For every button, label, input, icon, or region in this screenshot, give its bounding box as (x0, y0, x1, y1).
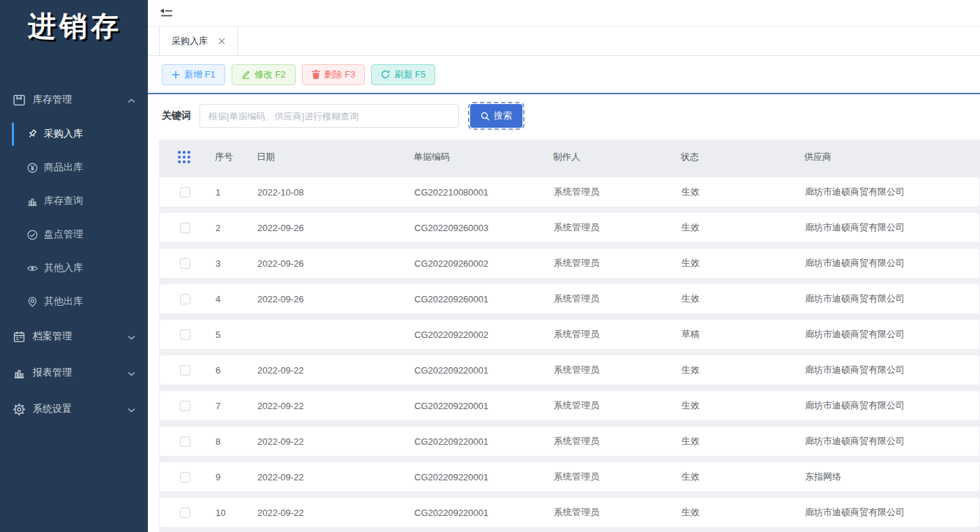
table-row[interactable]: 1 2022-10-08 CG202210080001 系统管理员 生效 廊坊市… (159, 177, 980, 207)
chevron-down-icon (128, 331, 135, 342)
sidebar-group-inventory[interactable]: 库存管理 (0, 82, 148, 117)
table-row[interactable]: 8 2022-09-22 CG202209220001 系统管理员 生效 廊坊市… (159, 426, 980, 457)
sidebar-group-settings[interactable]: 系统设置 (0, 391, 148, 427)
sidebar-group-label: 档案管理 (33, 330, 72, 343)
cell-supplier: 廊坊市迪硕商贸有限公司 (799, 257, 979, 269)
cell-code: CG202209220001 (409, 436, 548, 447)
cell-date: 2022-09-22 (252, 401, 409, 411)
report-chart-icon (13, 367, 26, 380)
column-header-seq: 序号 (209, 151, 251, 163)
search-button[interactable]: 搜索 (470, 104, 522, 128)
cell-code: CG202210080001 (409, 187, 548, 198)
sidebar-fold-icon[interactable] (156, 5, 176, 21)
column-settings-button[interactable] (159, 150, 209, 164)
column-header-supplier: 供应商 (799, 151, 980, 163)
delete-button[interactable]: 删除 F3 (302, 64, 365, 85)
cell-creator: 系统管理员 (548, 186, 676, 198)
row-checkbox[interactable] (180, 436, 190, 447)
cell-code: CG202209260003 (409, 223, 548, 233)
table-row[interactable]: 6 2022-09-22 CG202209220001 系统管理员 生效 廊坊市… (159, 355, 980, 385)
row-checkbox[interactable] (180, 508, 190, 518)
cell-supplier: 廊坊市迪硕商贸有限公司 (799, 221, 979, 234)
gear-icon (13, 403, 26, 416)
row-checkbox[interactable] (180, 294, 190, 304)
column-header-status: 状态 (675, 151, 799, 163)
cell-code: CG202209220001 (409, 508, 548, 518)
cell-supplier: 廊坊市迪硕商贸有限公司 (799, 186, 979, 198)
row-checkbox[interactable] (180, 330, 190, 340)
row-checkbox[interactable] (180, 401, 190, 411)
cell-date: 2022-09-22 (252, 436, 409, 447)
table-header: 序号 日期 单据编码 制作人 状态 供应商 (159, 140, 980, 175)
edit-button[interactable]: 修改 F2 (232, 64, 296, 85)
refresh-icon (381, 70, 390, 79)
sidebar-item-stocktake[interactable]: 盘点管理 (0, 218, 148, 251)
table-row[interactable]: 4 2022-09-26 CG202209260001 系统管理员 生效 廊坊市… (159, 283, 980, 314)
cell-supplier: 廊坊市迪硕商贸有限公司 (799, 328, 979, 341)
keyword-input[interactable] (199, 104, 459, 128)
top-bar (148, 0, 980, 27)
cell-date: 2022-09-22 (252, 472, 409, 482)
close-icon[interactable] (218, 36, 225, 46)
sidebar-item-goods-outbound[interactable]: 商品出库 (0, 151, 148, 184)
sidebar: 进销存 库存管理 采购入库 (0, 0, 148, 532)
sidebar-group-archives[interactable]: 档案管理 (0, 318, 148, 355)
sidebar-sublist-inventory: 采购入库 商品出库 库存查询 盘点管理 (0, 117, 148, 318)
cell-seq: 3 (210, 258, 252, 269)
column-grid-icon (177, 150, 191, 164)
row-checkbox[interactable] (180, 223, 190, 233)
cell-supplier: 廊坊市迪硕商贸有限公司 (799, 399, 979, 412)
sidebar-item-label: 库存查询 (44, 195, 83, 207)
row-checkbox[interactable] (180, 472, 190, 482)
cell-date: 2022-09-22 (252, 508, 409, 518)
column-header-date: 日期 (251, 151, 408, 163)
row-checkbox[interactable] (180, 258, 190, 269)
chevron-down-icon (128, 367, 135, 378)
sidebar-item-purchase-inbound[interactable]: 采购入库 (0, 117, 148, 151)
sidebar-group-reports[interactable]: 报表管理 (0, 355, 148, 391)
chevron-up-icon (128, 94, 135, 105)
table-row[interactable]: 7 2022-09-22 CG202209220001 系统管理员 生效 廊坊市… (159, 390, 980, 421)
cell-creator: 系统管理员 (548, 399, 676, 412)
table-row[interactable]: 2 2022-09-26 CG202209260003 系统管理员 生效 廊坊市… (159, 212, 980, 243)
sidebar-group-label: 库存管理 (33, 94, 72, 106)
tab-purchase-inbound[interactable]: 采购入库 (159, 27, 238, 55)
table-row[interactable]: 9 2022-09-22 CG202209220001 系统管理员 生效 东指网… (159, 461, 980, 492)
row-checkbox[interactable] (180, 187, 190, 198)
status-badge: 草稿 (676, 328, 799, 341)
row-checkbox[interactable] (180, 365, 190, 376)
eye-icon (27, 263, 38, 274)
sidebar-item-stock-query[interactable]: 库存查询 (0, 184, 148, 218)
status-badge: 生效 (676, 399, 799, 412)
sidebar-item-other-inbound[interactable]: 其他入库 (0, 251, 148, 285)
table-row[interactable]: 5 CG202209220002 系统管理员 草稿 廊坊市迪硕商贸有限公司 (159, 319, 980, 350)
cell-creator: 系统管理员 (548, 257, 676, 269)
table-row[interactable]: 3 2022-09-26 CG202209260002 系统管理员 生效 廊坊市… (159, 248, 980, 279)
plus-icon (172, 71, 180, 79)
cell-seq: 9 (210, 472, 252, 482)
inventory-icon (13, 94, 26, 107)
cell-seq: 7 (210, 401, 252, 411)
status-badge: 生效 (676, 257, 799, 269)
cell-creator: 系统管理员 (548, 221, 676, 234)
app-logo: 进销存 (0, 0, 148, 49)
sidebar-item-other-outbound[interactable]: 其他出库 (0, 285, 148, 318)
sidebar-item-label: 其他入库 (44, 262, 83, 274)
pin-icon (27, 128, 38, 140)
cell-seq: 1 (210, 187, 252, 198)
table-area: 序号 日期 单据编码 制作人 状态 供应商 1 2022-10-08 CG202… (148, 138, 980, 532)
refresh-button[interactable]: 刷新 F5 (371, 64, 435, 85)
cell-creator: 系统管理员 (548, 293, 676, 305)
status-badge: 生效 (676, 471, 799, 483)
status-badge: 生效 (676, 435, 799, 448)
edit-pencil-icon (241, 70, 250, 79)
table-row[interactable]: 10 2022-09-22 CG202209220001 系统管理员 生效 廊坊… (159, 497, 980, 528)
sidebar-item-label: 盘点管理 (44, 228, 83, 241)
sidebar-group-label: 系统设置 (33, 403, 72, 415)
cell-code: CG202209220001 (409, 472, 548, 482)
cell-supplier: 东指网络 (799, 471, 979, 483)
cell-date: 2022-10-08 (252, 187, 409, 198)
cell-date: 2022-09-26 (252, 258, 409, 269)
add-button[interactable]: 新增 F1 (162, 64, 225, 85)
cell-supplier: 廊坊市迪硕商贸有限公司 (799, 364, 979, 376)
